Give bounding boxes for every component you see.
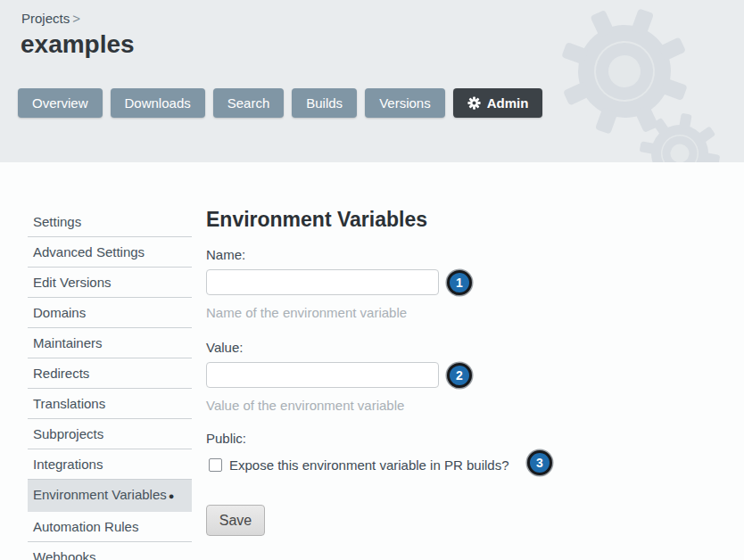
gears-decoration-icon [521, 0, 744, 162]
annotation-badge-3: 3 [527, 450, 552, 475]
value-helper-text: Value of the environment variable [206, 398, 404, 413]
gear-icon [467, 96, 481, 110]
tab-admin-label: Admin [487, 95, 529, 111]
public-checkbox-label[interactable]: Expose this environment variable in PR b… [229, 457, 509, 473]
value-field-label: Value: [206, 340, 243, 355]
tab-versions[interactable]: Versions [365, 88, 445, 118]
sidebar-item-label: Environment Variables [33, 487, 167, 502]
sidebar-item-automation-rules[interactable]: Automation Rules [28, 512, 192, 542]
sidebar-item-integrations[interactable]: Integrations [28, 449, 192, 480]
sidebar-item-maintainers[interactable]: Maintainers [28, 328, 192, 358]
public-checkbox[interactable] [209, 458, 222, 472]
sidebar-item-webhooks[interactable]: Webhooks [28, 542, 192, 560]
sidebar-item-domains[interactable]: Domains [28, 298, 192, 328]
active-item-bullet: ● [169, 490, 175, 501]
name-field-label: Name: [206, 247, 245, 262]
breadcrumb: Projects> [21, 11, 80, 26]
tab-builds[interactable]: Builds [292, 88, 357, 118]
sidebar-item-advanced-settings[interactable]: Advanced Settings [28, 237, 192, 268]
tab-search[interactable]: Search [213, 88, 285, 118]
section-heading: Environment Variables [206, 208, 427, 232]
name-input[interactable] [206, 269, 439, 295]
sidebar-item-settings[interactable]: Settings [28, 207, 192, 237]
public-field-label: Public: [206, 431, 246, 446]
sidebar-item-subprojects[interactable]: Subprojects [28, 419, 192, 449]
tab-overview[interactable]: Overview [18, 88, 103, 118]
admin-sidebar: Settings Advanced Settings Edit Versions… [28, 207, 192, 560]
breadcrumb-projects-link[interactable]: Projects [21, 11, 70, 26]
tab-admin[interactable]: Admin [453, 88, 543, 118]
breadcrumb-separator: > [72, 11, 80, 26]
project-header: Projects> examples Overview Downloads Se… [0, 0, 744, 162]
annotation-badge-1: 1 [447, 270, 472, 295]
sidebar-item-redirects[interactable]: Redirects [28, 358, 192, 389]
tab-downloads[interactable]: Downloads [111, 88, 205, 118]
annotation-badge-2: 2 [447, 363, 472, 388]
page-title: examples [21, 30, 135, 59]
sidebar-item-edit-versions[interactable]: Edit Versions [28, 268, 192, 298]
project-nav-tabs: Overview Downloads Search Builds Version… [18, 88, 542, 118]
sidebar-item-environment-variables[interactable]: Environment Variables● [28, 480, 192, 512]
name-helper-text: Name of the environment variable [206, 305, 407, 320]
save-button[interactable]: Save [206, 505, 265, 536]
value-input[interactable] [206, 362, 439, 388]
sidebar-item-translations[interactable]: Translations [28, 389, 192, 419]
